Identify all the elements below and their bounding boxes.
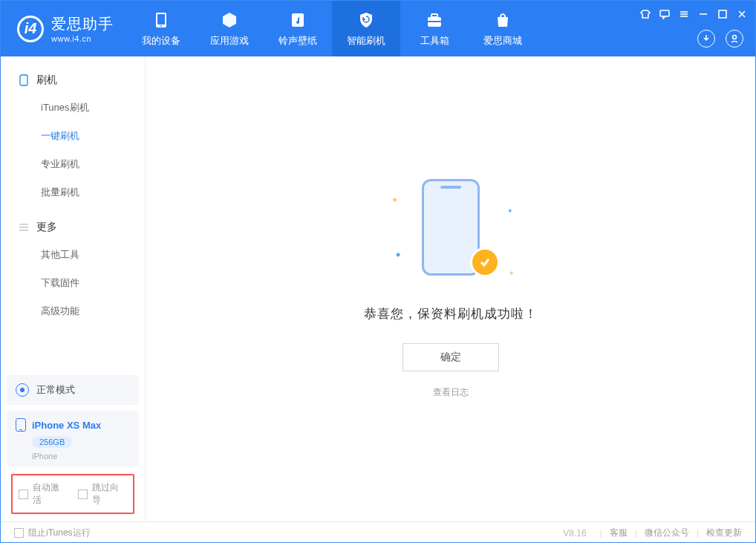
svg-rect-7 xyxy=(660,10,669,16)
success-illustration: ✦ ✦ ◆ ✦ xyxy=(406,179,495,283)
mode-indicator-icon xyxy=(16,383,29,397)
phone-icon xyxy=(151,10,171,30)
checkbox-block-itunes[interactable]: 阻止iTunes运行 xyxy=(14,527,91,539)
checkbox-skip-guide[interactable]: 跳过向导 xyxy=(78,481,127,507)
sidebar-item-pro-flash[interactable]: 专业刷机 xyxy=(1,150,145,178)
sidebar-item-batch-flash[interactable]: 批量刷机 xyxy=(1,178,145,207)
sparkle-icon: ✦ xyxy=(391,195,398,205)
device-name: iPhone XS Max xyxy=(32,420,101,431)
svg-point-2 xyxy=(160,25,162,27)
version-label: V8.16 xyxy=(563,528,586,539)
nav-my-device[interactable]: 我的设备 xyxy=(127,1,195,56)
nav-label: 工具箱 xyxy=(420,34,449,48)
main-content: ✦ ✦ ◆ ✦ 恭喜您，保资料刷机成功啦！ 确定 查看日志 xyxy=(146,56,755,521)
phone-outline-icon xyxy=(17,74,30,87)
device-type: iPhone xyxy=(32,452,130,461)
device-mode-card[interactable]: 正常模式 xyxy=(7,375,139,405)
nav-label: 铃声壁纸 xyxy=(278,34,317,48)
highlighted-checkbox-row: 自动激活 跳过向导 xyxy=(11,474,134,514)
footer-link-update[interactable]: 检查更新 xyxy=(706,527,742,539)
device-storage-badge: 256GB xyxy=(32,436,72,448)
group-label: 更多 xyxy=(36,221,57,234)
download-button[interactable] xyxy=(697,30,715,48)
menu-icon[interactable] xyxy=(678,8,690,20)
nav-apps-games[interactable]: 应用游戏 xyxy=(195,1,264,56)
sidebar-item-one-click-flash[interactable]: 一键刷机 xyxy=(1,122,145,150)
nav-label: 应用游戏 xyxy=(210,34,249,48)
nav-toolbox[interactable]: 工具箱 xyxy=(400,1,469,56)
mode-label: 正常模式 xyxy=(36,383,75,397)
footer-link-support[interactable]: 客服 xyxy=(610,527,628,539)
minimize-button[interactable] xyxy=(697,8,709,20)
nav-ringtones-wallpapers[interactable]: 铃声壁纸 xyxy=(264,1,332,56)
svg-rect-6 xyxy=(428,21,441,22)
svg-point-15 xyxy=(733,36,737,39)
group-label: 刷机 xyxy=(36,74,57,87)
sparkle-icon: ◆ xyxy=(396,251,400,258)
device-icon xyxy=(16,418,26,432)
close-button[interactable] xyxy=(736,8,748,20)
checkbox-box xyxy=(14,528,24,538)
checkbox-auto-activate[interactable]: 自动激活 xyxy=(19,481,68,507)
device-card[interactable]: iPhone XS Max 256GB iPhone xyxy=(7,411,139,466)
maximize-button[interactable] xyxy=(717,8,729,20)
svg-rect-12 xyxy=(719,10,726,18)
success-message: 恭喜您，保资料刷机成功啦！ xyxy=(364,305,538,322)
sidebar-item-other-tools[interactable]: 其他工具 xyxy=(1,241,145,269)
list-icon xyxy=(17,221,30,234)
sidebar-group-more: 更多 xyxy=(1,214,145,241)
checkbox-box xyxy=(19,490,28,499)
checkbox-box xyxy=(78,490,88,499)
cube-icon xyxy=(220,10,239,30)
skin-icon[interactable] xyxy=(639,8,651,20)
svg-rect-5 xyxy=(431,14,437,17)
bag-icon xyxy=(493,10,512,30)
sparkle-icon: ✦ xyxy=(509,270,515,277)
ok-button[interactable]: 确定 xyxy=(403,343,499,371)
sidebar-item-itunes-flash[interactable]: iTunes刷机 xyxy=(1,94,145,122)
sparkle-icon: ✦ xyxy=(507,207,513,215)
feedback-icon[interactable] xyxy=(659,8,671,20)
app-url: www.i4.cn xyxy=(51,34,114,43)
footer-link-wechat[interactable]: 微信公众号 xyxy=(645,527,689,539)
nav-label: 我的设备 xyxy=(142,34,180,48)
app-logo: i4 爱思助手 www.i4.cn xyxy=(1,14,127,43)
sidebar-item-download-firmware[interactable]: 下载固件 xyxy=(1,269,145,297)
top-nav: 我的设备 应用游戏 铃声壁纸 智能刷机 工具箱 爱思商城 xyxy=(127,1,537,56)
check-badge-icon xyxy=(470,247,500,277)
logo-icon: i4 xyxy=(17,16,44,42)
app-name: 爱思助手 xyxy=(51,14,114,34)
nav-store[interactable]: 爱思商城 xyxy=(469,1,537,56)
sidebar-group-flash: 刷机 xyxy=(1,67,145,94)
user-button[interactable] xyxy=(726,30,743,48)
nav-label: 爱思商城 xyxy=(483,34,522,48)
nav-label: 智能刷机 xyxy=(347,34,385,48)
nav-smart-flash[interactable]: 智能刷机 xyxy=(332,1,400,56)
music-note-icon xyxy=(288,10,307,30)
view-log-link[interactable]: 查看日志 xyxy=(433,386,469,399)
briefcase-icon xyxy=(425,10,444,30)
shield-refresh-icon xyxy=(356,10,376,30)
sidebar-item-advanced[interactable]: 高级功能 xyxy=(1,297,145,325)
svg-rect-1 xyxy=(157,14,165,25)
svg-rect-16 xyxy=(20,75,27,85)
